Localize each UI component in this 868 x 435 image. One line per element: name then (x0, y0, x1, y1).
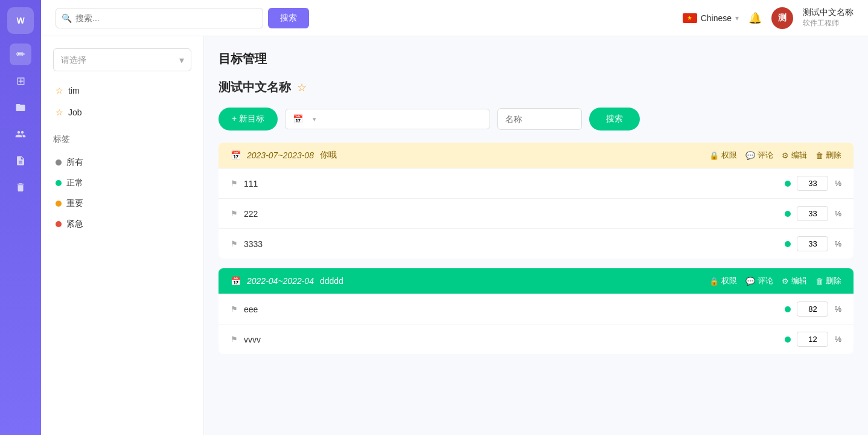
language-label: Chinese (701, 13, 732, 23)
tag-label-all: 所有 (66, 157, 83, 168)
goal-label-2-2: vvvv (244, 335, 779, 344)
search-input[interactable] (56, 8, 263, 28)
search-icon: 🔍 (62, 13, 72, 23)
date-picker[interactable]: 📅 ▾ (285, 109, 490, 129)
trash-action-icon-2: 🗑 (815, 277, 823, 286)
goal-row-2-1: ⚑ eee % (219, 294, 854, 324)
tag-important[interactable]: 重要 (53, 193, 191, 214)
sidebar-icon-trash[interactable] (10, 176, 31, 198)
calendar-section-icon-1: 📅 (231, 150, 241, 160)
category-select[interactable]: 请选择 (53, 48, 191, 71)
goal-author-2: ddddd (320, 276, 343, 286)
goal-row-2-2: ⚑ vvvv % (219, 324, 854, 354)
project-name: 测试中文名称 (219, 79, 291, 95)
select-wrapper: 请选择 ▾ (53, 48, 191, 71)
goal-row-1-1: ⚑ 111 % (219, 168, 854, 198)
goal-label-1-2: 222 (244, 209, 779, 219)
status-dot-1-3 (785, 241, 791, 247)
tag-dot-normal (56, 180, 62, 186)
project-header: 测试中文名称 ☆ (219, 79, 854, 95)
tags-title: 标签 (53, 134, 191, 145)
star-icon-job: ☆ (56, 108, 63, 117)
percent-input-2-2[interactable] (797, 332, 828, 347)
goal-section-header-1: 📅 2023-07~2023-08 你哦 🔒 权限 💬 评论 (219, 143, 854, 168)
tag-label-important: 重要 (66, 198, 83, 209)
goal-label-1-1: 111 (244, 179, 779, 188)
tags-section: 标签 所有 正常 重要 紧急 (53, 134, 191, 234)
flag-icon-2-2: ⚑ (231, 335, 238, 344)
action-edit-2[interactable]: ⚙ 编辑 (782, 276, 807, 286)
header-search-button[interactable]: 搜索 (268, 8, 309, 28)
date-picker-arrow-icon: ▾ (313, 115, 316, 123)
status-dot-2-2 (785, 337, 791, 343)
action-permissions-1[interactable]: 🔒 权限 (709, 150, 737, 161)
tag-all[interactable]: 所有 (53, 152, 191, 173)
new-goal-button[interactable]: + 新目标 (219, 108, 278, 130)
action-label-comment-2: 评论 (758, 276, 773, 286)
tag-label-urgent: 紧急 (66, 219, 83, 230)
header-right: Chinese ▾ 🔔 测 测试中文名称 软件工程师 (683, 7, 854, 29)
percent-label-1-3: % (834, 239, 841, 248)
sidebar-icon-users[interactable] (10, 123, 31, 145)
percent-input-1-3[interactable] (797, 236, 828, 251)
action-comment-1[interactable]: 💬 评论 (745, 150, 773, 161)
user-name: 测试中文名称 (803, 7, 854, 18)
goal-date-1: 2023-07~2023-08 (247, 150, 314, 160)
lock-icon-2: 🔒 (709, 277, 719, 286)
name-search-input[interactable] (497, 108, 582, 130)
percent-label-2-1: % (834, 304, 841, 314)
goal-search-button[interactable]: 搜索 (589, 108, 640, 130)
menu-item-tim[interactable]: ☆ tim (53, 81, 191, 100)
star-icon-tim: ☆ (56, 86, 63, 95)
lock-icon-1: 🔒 (709, 151, 719, 160)
calendar-section-icon-2: 📅 (231, 276, 241, 286)
action-label-edit-1: 编辑 (791, 150, 807, 161)
tag-dot-all (56, 160, 62, 166)
gear-icon-1: ⚙ (782, 151, 789, 160)
action-comment-2[interactable]: 💬 评论 (745, 276, 773, 286)
sidebar-icon-document[interactable] (10, 150, 31, 172)
gear-icon-2: ⚙ (782, 277, 789, 286)
notification-bell-icon[interactable]: 🔔 (748, 11, 762, 25)
goal-row-1-2: ⚑ 222 % (219, 198, 854, 228)
action-label-permissions-1: 权限 (721, 150, 737, 161)
tag-urgent[interactable]: 紧急 (53, 214, 191, 234)
favorite-star-icon[interactable]: ☆ (297, 81, 307, 94)
search-wrapper: 🔍 搜索 (56, 8, 309, 28)
flag-icon-1-1: ⚑ (231, 179, 238, 188)
percent-input-2-1[interactable] (797, 301, 828, 317)
user-info: 测试中文名称 软件工程师 (803, 7, 854, 28)
sidebar-icon-folder[interactable] (10, 97, 31, 118)
user-title: 软件工程师 (803, 18, 854, 28)
status-dot-2-1 (785, 306, 791, 312)
percent-label-1-2: % (834, 209, 841, 218)
percent-label-1-1: % (834, 179, 841, 188)
flag-icon-1-2: ⚑ (231, 209, 238, 218)
percent-input-1-1[interactable] (797, 176, 828, 191)
sidebar-icon-edit[interactable]: ✏ (10, 44, 31, 65)
action-delete-2[interactable]: 🗑 删除 (815, 276, 841, 286)
app-logo[interactable]: W (7, 7, 34, 34)
comment-icon-1: 💬 (745, 151, 755, 160)
tag-normal[interactable]: 正常 (53, 173, 191, 193)
sidebar-icon-grid[interactable]: ⊞ (10, 70, 31, 92)
goal-author-1: 你哦 (320, 150, 337, 161)
goal-date-2: 2022-04~2022-04 (247, 276, 314, 286)
header: 🔍 搜索 Chinese ▾ 🔔 测 测试中文名称 软件工程师 (41, 0, 868, 36)
avatar[interactable]: 测 (771, 7, 793, 29)
action-label-permissions-2: 权限 (721, 276, 737, 286)
status-dot-1-1 (785, 181, 791, 187)
goal-section-header-2: 📅 2022-04~2022-04 ddddd 🔒 权限 💬 评论 (219, 268, 854, 294)
language-selector[interactable]: Chinese ▾ (683, 13, 739, 23)
action-delete-1[interactable]: 🗑 删除 (815, 150, 841, 161)
chinese-flag-icon (683, 13, 697, 23)
menu-item-job[interactable]: ☆ Job (53, 103, 191, 122)
action-permissions-2[interactable]: 🔒 权限 (709, 276, 737, 286)
action-label-delete-1: 删除 (826, 150, 841, 161)
goal-row-1-3: ⚑ 3333 % (219, 228, 854, 259)
percent-input-1-2[interactable] (797, 206, 828, 221)
action-edit-1[interactable]: ⚙ 编辑 (782, 150, 807, 161)
page-title: 目标管理 (219, 51, 854, 67)
goal-label-1-3: 3333 (244, 239, 779, 249)
tag-label-normal: 正常 (66, 178, 83, 188)
